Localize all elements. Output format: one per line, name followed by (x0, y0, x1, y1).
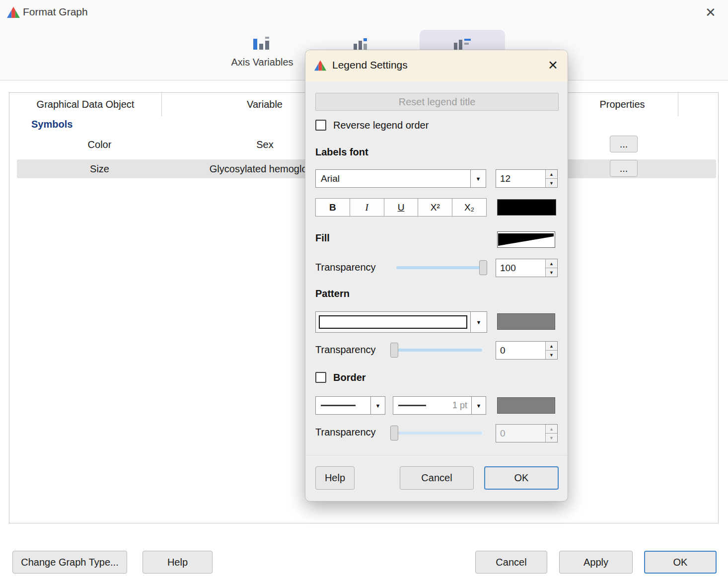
dialog-help-button[interactable]: Help (315, 466, 355, 490)
font-family-value: Arial (316, 170, 470, 187)
dialog-close-icon[interactable]: ✕ (548, 58, 558, 73)
spin-down-icon[interactable]: ▼ (546, 268, 557, 277)
table-row-color-object: Color (23, 135, 176, 154)
italic-button[interactable]: I (350, 198, 384, 217)
border-width-dropdown[interactable]: 1 pt ▼ (393, 396, 486, 415)
dialog-title: Legend Settings (332, 59, 408, 71)
help-button[interactable]: Help (143, 551, 213, 574)
subscript-button[interactable]: X₂ (452, 198, 487, 217)
dialog-logo-icon (313, 59, 327, 72)
dialog-cancel-button[interactable]: Cancel (400, 466, 474, 490)
font-size-value: 12 (496, 170, 545, 187)
border-transparency-slider[interactable] (390, 426, 482, 440)
font-family-dropdown[interactable]: Arial ▼ (315, 169, 486, 188)
slider-track (396, 266, 487, 269)
fill-transparency-value: 100 (496, 259, 545, 277)
pattern-transparency-value: 0 (496, 342, 545, 359)
tab-axis-variables-label: Axis Variables (227, 57, 297, 68)
pattern-transparency-slider[interactable] (390, 343, 482, 358)
fill-transparency-slider[interactable] (396, 260, 487, 275)
spin-up-icon[interactable]: ▲ (546, 425, 557, 434)
chevron-down-icon[interactable]: ▼ (370, 397, 385, 414)
border-transparency-value: 0 (496, 425, 545, 442)
slider-handle[interactable] (390, 426, 398, 440)
border-transparency-stepper[interactable]: 0 ▲ ▼ (496, 424, 558, 442)
fill-heading: Fill (315, 232, 330, 244)
bold-button[interactable]: B (315, 198, 350, 217)
pattern-transparency-label: Transparency (315, 344, 376, 356)
superscript-button[interactable]: X² (418, 198, 452, 217)
fill-transparency-stepper[interactable]: 100 ▲ ▼ (496, 259, 558, 277)
border-color-swatch[interactable] (497, 397, 555, 414)
pattern-transparency-stepper[interactable]: 0 ▲ ▼ (496, 341, 558, 360)
pattern-dropdown[interactable]: ▼ (315, 311, 487, 333)
spin-up-icon[interactable]: ▲ (546, 259, 557, 268)
slider-handle[interactable] (479, 260, 487, 275)
size-properties-button[interactable]: ... (610, 160, 638, 177)
pattern-preview (319, 315, 467, 329)
slider-handle[interactable] (390, 343, 398, 358)
column-header-properties: Properties (567, 93, 678, 116)
chevron-down-icon[interactable]: ▼ (470, 170, 486, 187)
border-transparency-label: Transparency (315, 427, 376, 438)
border-width-value: 1 pt (452, 400, 467, 411)
axis-variables-icon (251, 35, 273, 53)
line-width-preview (398, 405, 426, 406)
underline-button[interactable]: U (384, 198, 419, 217)
border-checkbox[interactable] (315, 372, 326, 383)
spin-up-icon[interactable]: ▲ (546, 342, 557, 351)
app-logo-icon (6, 5, 21, 19)
border-line-style-dropdown[interactable]: ▼ (315, 396, 385, 415)
border-heading: Border (333, 372, 366, 383)
font-size-stepper[interactable]: 12 ▲ ▼ (496, 169, 558, 188)
slider-track (390, 349, 482, 352)
fill-swatch[interactable] (497, 231, 555, 248)
apply-button[interactable]: Apply (559, 551, 633, 574)
spin-up-icon[interactable]: ▲ (546, 170, 557, 179)
ok-button[interactable]: OK (644, 551, 717, 574)
font-color-swatch[interactable] (497, 199, 556, 216)
format-graph-window: Format Graph ✕ Axis Variables (0, 0, 728, 585)
reverse-legend-order-checkbox[interactable] (315, 120, 326, 131)
font-style-toolbar: B I U X² X₂ (315, 198, 487, 217)
reset-legend-title-button[interactable]: Reset legend title (315, 93, 559, 111)
pattern-heading: Pattern (315, 288, 350, 299)
cancel-button[interactable]: Cancel (475, 551, 547, 574)
slider-track (390, 432, 482, 435)
pattern-color-swatch[interactable] (497, 313, 555, 330)
window-close-icon[interactable]: ✕ (705, 4, 716, 21)
reverse-legend-order-label: Reverse legend order (333, 120, 429, 131)
legend-settings-dialog: Legend Settings ✕ Reset legend title Rev… (305, 50, 568, 502)
spin-down-icon[interactable]: ▼ (546, 434, 557, 442)
spin-down-icon[interactable]: ▼ (546, 179, 557, 187)
chevron-down-icon[interactable]: ▼ (471, 397, 486, 414)
dialog-ok-button[interactable]: OK (484, 466, 559, 490)
column-header-object: Graphical Data Object (9, 93, 162, 116)
line-style-preview (321, 405, 356, 406)
table-row-size-object: Size (23, 159, 176, 178)
section-title-symbols: Symbols (31, 117, 73, 132)
dialog-footer-divider (305, 455, 568, 455)
spin-down-icon[interactable]: ▼ (546, 351, 557, 359)
window-title: Format Graph (23, 6, 88, 18)
labels-font-heading: Labels font (315, 146, 368, 158)
fill-transparency-label: Transparency (315, 262, 376, 273)
color-properties-button[interactable]: ... (610, 136, 638, 152)
change-graph-type-button[interactable]: Change Graph Type... (12, 551, 127, 574)
tab-axis-variables[interactable]: Axis Variables (227, 33, 297, 73)
chevron-down-icon[interactable]: ▼ (470, 312, 487, 332)
